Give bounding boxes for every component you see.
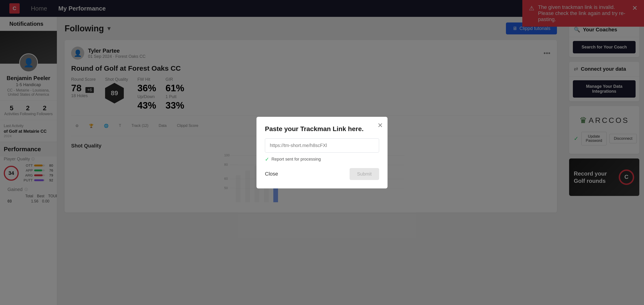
success-icon: ✓ <box>265 156 269 162</box>
modal-actions: Close Submit <box>265 168 379 180</box>
success-text: Report sent for processing <box>272 157 321 162</box>
modal-close-btn[interactable]: Close <box>265 171 278 177</box>
modal-overlay: Paste your Trackman Link here. ✕ ✓ Repor… <box>0 0 644 305</box>
modal-submit-btn[interactable]: Submit <box>350 168 379 180</box>
trackman-link-input[interactable] <box>265 138 379 152</box>
modal-title: Paste your Trackman Link here. <box>265 125 379 133</box>
modal-success-message: ✓ Report sent for processing <box>265 156 379 162</box>
modal-close-x-btn[interactable]: ✕ <box>378 122 383 129</box>
trackman-modal: Paste your Trackman Link here. ✕ ✓ Repor… <box>256 117 388 188</box>
